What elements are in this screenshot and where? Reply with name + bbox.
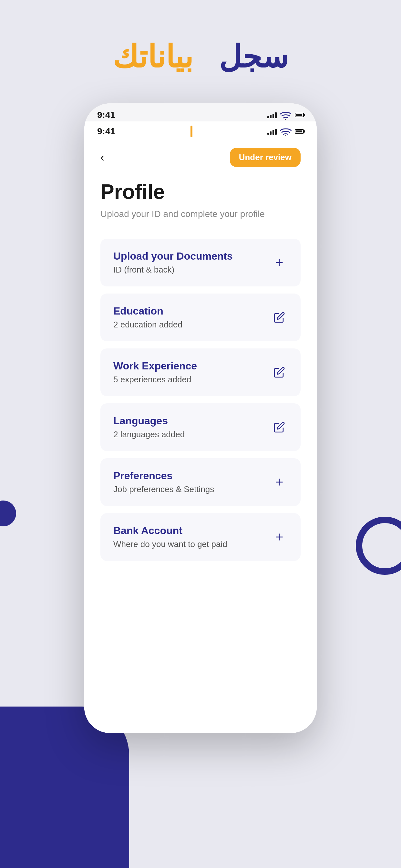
profile-item-bank-account[interactable]: Bank Account Where do you want to get pa… bbox=[100, 513, 301, 561]
signal-icon-outer bbox=[267, 112, 277, 118]
preferences-plus-icon bbox=[271, 474, 288, 491]
profile-item-preferences-title: Preferences bbox=[113, 470, 271, 482]
status-icons-outer bbox=[267, 109, 304, 121]
profile-list: Upload your Documents ID (front & back) … bbox=[100, 239, 301, 568]
profile-item-preferences-text: Preferences Job preferences & Settings bbox=[113, 470, 271, 494]
phone-mockup: 9:41 9:41 bbox=[84, 103, 317, 733]
svg-point-1 bbox=[285, 135, 286, 136]
bg-decoration-left bbox=[0, 500, 16, 526]
status-time-inner: 9:41 bbox=[97, 126, 115, 136]
back-button[interactable]: ‹ bbox=[100, 151, 104, 164]
work-experience-edit-icon bbox=[271, 364, 288, 381]
profile-item-documents-text: Upload your Documents ID (front & back) bbox=[113, 250, 271, 275]
app-logo-mark bbox=[190, 126, 192, 137]
profile-item-work-experience-text: Work Experience 5 experiences added bbox=[113, 360, 271, 384]
profile-item-education[interactable]: Education 2 education added bbox=[100, 293, 301, 341]
headline-orange: بياناتك bbox=[113, 39, 193, 74]
status-bar-inner: 9:41 bbox=[84, 121, 317, 138]
profile-item-preferences[interactable]: Preferences Job preferences & Settings bbox=[100, 458, 301, 506]
under-review-badge: Under review bbox=[230, 148, 301, 167]
profile-item-work-experience-title: Work Experience bbox=[113, 360, 271, 372]
profile-item-documents-subtitle: ID (front & back) bbox=[113, 265, 271, 275]
profile-item-languages-subtitle: 2 languages added bbox=[113, 430, 271, 439]
profile-item-education-title: Education bbox=[113, 305, 271, 317]
nav-row: ‹ Under review bbox=[100, 148, 301, 167]
headline-purple: سجل bbox=[219, 39, 288, 74]
profile-item-bank-account-text: Bank Account Where do you want to get pa… bbox=[113, 525, 271, 549]
page-title: Profile bbox=[100, 180, 301, 204]
status-time-outer: 9:41 bbox=[97, 110, 115, 120]
profile-item-bank-account-subtitle: Where do you want to get paid bbox=[113, 539, 271, 549]
svg-point-0 bbox=[285, 119, 286, 120]
bg-decoration-right bbox=[356, 517, 401, 575]
headline-container: سجل بياناتك bbox=[113, 39, 288, 75]
documents-plus-icon bbox=[271, 254, 288, 271]
languages-edit-icon bbox=[271, 419, 288, 436]
signal-icon-inner bbox=[267, 128, 277, 135]
profile-item-languages[interactable]: Languages 2 languages added bbox=[100, 403, 301, 451]
profile-item-languages-text: Languages 2 languages added bbox=[113, 415, 271, 439]
profile-item-work-experience[interactable]: Work Experience 5 experiences added bbox=[100, 348, 301, 396]
profile-item-education-text: Education 2 education added bbox=[113, 305, 271, 330]
phone-notch bbox=[165, 103, 236, 118]
bank-account-plus-icon bbox=[271, 529, 288, 546]
battery-icon-inner bbox=[295, 129, 304, 134]
wifi-icon-outer bbox=[280, 109, 291, 121]
profile-item-languages-title: Languages bbox=[113, 415, 271, 427]
battery-icon-outer bbox=[295, 113, 304, 117]
profile-item-education-subtitle: 2 education added bbox=[113, 320, 271, 330]
profile-item-preferences-subtitle: Job preferences & Settings bbox=[113, 485, 271, 494]
profile-item-work-experience-subtitle: 5 experiences added bbox=[113, 375, 271, 384]
education-edit-icon bbox=[271, 309, 288, 326]
profile-item-documents[interactable]: Upload your Documents ID (front & back) bbox=[100, 239, 301, 286]
page-subtitle: Upload your ID and complete your profile bbox=[100, 209, 301, 219]
wifi-icon-inner bbox=[280, 126, 291, 137]
app-content: ‹ Under review Profile Upload your ID an… bbox=[84, 138, 317, 733]
headline-arabic: سجل بياناتك bbox=[113, 39, 288, 75]
status-icons-inner bbox=[267, 126, 304, 137]
profile-item-bank-account-title: Bank Account bbox=[113, 525, 271, 537]
profile-item-documents-title: Upload your Documents bbox=[113, 250, 271, 262]
